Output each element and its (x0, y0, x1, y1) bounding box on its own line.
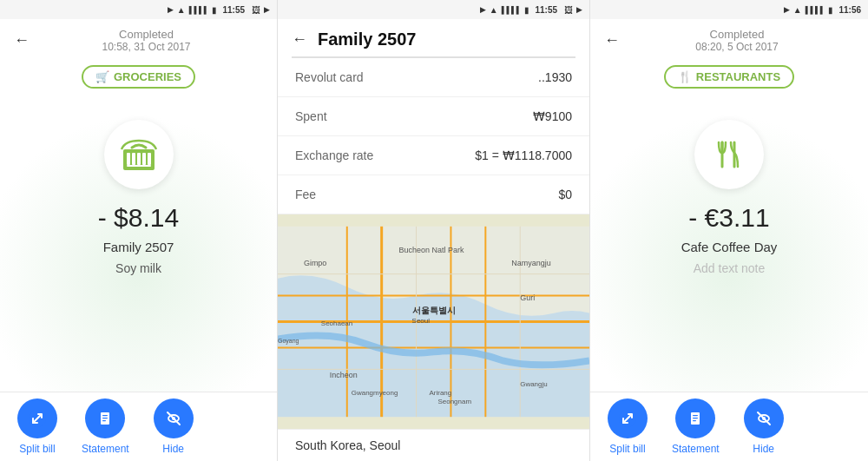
svg-rect-45 (693, 415, 698, 416)
map-container: Gimpo Incheon Bucheon Natl Park 서울특별시 Se… (278, 214, 589, 429)
svg-rect-47 (693, 420, 696, 421)
middle-wifi: ▲ (490, 5, 498, 15)
right-back-button[interactable]: ← (604, 31, 620, 49)
svg-rect-6 (127, 165, 151, 167)
svg-text:서울특별시: 서울특별시 (412, 306, 456, 315)
map-svg: Gimpo Incheon Bucheon Natl Park 서울특별시 Se… (278, 214, 589, 429)
left-statement-icon (85, 398, 125, 438)
left-nav-title: Completed (30, 28, 263, 41)
detail-label-card: Revolut card (295, 70, 364, 84)
left-back-button[interactable]: ← (14, 31, 30, 49)
left-split-bill-button[interactable]: Split bill (17, 398, 57, 455)
svg-rect-5 (148, 153, 151, 165)
right-hide-button[interactable]: Hide (744, 398, 784, 455)
middle-nav-header: ← Family 2507 (278, 19, 589, 56)
svg-text:Gwangju: Gwangju (520, 380, 547, 388)
right-panel: ▶ ▲ ▌▌▌▌ ▮ 11:56 ← Completed 08:20, 5 Oc… (590, 0, 868, 461)
left-wifi: ▲ (177, 5, 186, 15)
right-badge-container: 🍴 RESTAURANTS (590, 60, 868, 94)
left-amount: - $8.14 (98, 203, 179, 233)
right-content-area: - €3.11 Cafe Coffee Day Add text note (590, 97, 868, 392)
detail-row-card: Revolut card ..1930 (278, 58, 589, 97)
svg-text:Seongnam: Seongnam (437, 398, 471, 405)
left-play2-icon: ▶ (264, 5, 270, 14)
right-wifi: ▲ (793, 5, 802, 15)
right-badge-label: RESTAURANTS (696, 70, 780, 83)
right-nav-header: ← Completed 08:20, 5 Oct 2017 (590, 19, 868, 56)
middle-signal: ▌▌▌▌ (502, 6, 522, 14)
svg-text:Bucheon Natl Park: Bucheon Natl Park (399, 246, 464, 254)
svg-text:Goyang: Goyang (278, 338, 299, 345)
right-statement-button[interactable]: Statement (672, 398, 720, 455)
left-category-badge[interactable]: 🛒 GROCERIES (82, 65, 195, 89)
detail-value-spent: ₩9100 (533, 109, 572, 123)
right-badge-icon: 🍴 (678, 70, 692, 83)
right-split-bill-label: Split bill (609, 443, 645, 455)
detail-label-exchange: Exchange rate (295, 148, 373, 162)
left-toolbar: Split bill Statement Hide (0, 392, 277, 461)
svg-text:Seohaean: Seohaean (321, 319, 352, 327)
right-category-badge[interactable]: 🍴 RESTAURANTS (664, 65, 794, 89)
svg-text:Gwangmyeong: Gwangmyeong (352, 389, 398, 397)
svg-rect-9 (102, 415, 108, 416)
detail-value-exchange: $1 = ₩1118.7000 (475, 148, 572, 162)
svg-rect-4 (142, 153, 146, 165)
right-amount: - €3.11 (688, 203, 769, 233)
right-hide-icon (744, 398, 784, 438)
middle-back-button[interactable]: ← (292, 30, 307, 49)
left-badge-label: GROCERIES (114, 70, 181, 83)
svg-text:Seoul: Seoul (412, 317, 431, 325)
middle-battery: ▮ (524, 5, 529, 15)
svg-rect-1 (127, 153, 130, 165)
right-merchant-icon (694, 120, 764, 189)
svg-text:Gimpo: Gimpo (304, 259, 326, 267)
left-statement-button[interactable]: Statement (82, 398, 129, 455)
left-photo-icon: 🖼 (252, 5, 260, 15)
right-nav-subtitle: 08:20, 5 Oct 2017 (620, 41, 854, 53)
left-badge-icon: 🛒 (95, 70, 109, 83)
left-signal: ▌▌▌▌ (189, 6, 209, 14)
right-battery: ▮ (828, 5, 833, 15)
svg-text:Namyangju: Namyangju (511, 259, 550, 267)
middle-panel: ▶ ▲ ▌▌▌▌ ▮ 11:55 🖼 ▶ ← Family 2507 Revol… (278, 0, 590, 461)
left-merchant: Family 2507 (103, 240, 174, 254)
svg-rect-10 (102, 418, 108, 418)
detail-value-fee: $0 (558, 188, 572, 201)
left-content-area: - $8.14 Family 2507 Soy milk (0, 97, 277, 392)
left-note: Soy milk (115, 261, 161, 275)
svg-rect-2 (132, 153, 135, 165)
right-nav-title: Completed (620, 28, 854, 41)
middle-play2-icon: ▶ (576, 5, 582, 14)
middle-nav-title: Family 2507 (318, 30, 416, 49)
detail-row-spent: Spent ₩9100 (278, 97, 589, 136)
left-split-bill-label: Split bill (19, 443, 55, 455)
detail-label-spent: Spent (295, 109, 327, 123)
middle-play-icon: ▶ (480, 5, 486, 14)
right-signal: ▌▌▌▌ (806, 6, 825, 14)
left-hide-icon (154, 398, 194, 438)
right-split-bill-button[interactable]: Split bill (608, 398, 648, 455)
left-badge-container: 🛒 GROCERIES (0, 60, 277, 94)
left-panel: ▶ ▲ ▌▌▌▌ ▮ 11:55 🖼 ▶ ← Completed 10:58, … (0, 0, 278, 461)
middle-time: 11:55 (535, 5, 557, 15)
right-hide-label: Hide (753, 443, 774, 455)
svg-rect-46 (693, 418, 698, 418)
detail-row-fee: Fee $0 (278, 175, 589, 214)
svg-text:Incheon: Incheon (330, 371, 358, 379)
left-play-icon: ▶ (168, 5, 174, 14)
right-toolbar: Split bill Statement Hide (590, 392, 868, 461)
right-split-bill-icon (608, 398, 648, 438)
left-split-bill-icon (17, 398, 57, 438)
left-time: 11:55 (222, 5, 245, 15)
left-hide-button[interactable]: Hide (154, 398, 194, 455)
right-status-bar: ▶ ▲ ▌▌▌▌ ▮ 11:56 (590, 0, 868, 19)
left-battery: ▮ (212, 5, 217, 15)
right-merchant: Cafe Coffee Day (681, 240, 778, 254)
right-note-placeholder[interactable]: Add text note (694, 261, 766, 275)
right-time: 11:56 (838, 5, 861, 15)
left-status-bar: ▶ ▲ ▌▌▌▌ ▮ 11:55 🖼 ▶ (0, 0, 277, 19)
svg-text:Arirang: Arirang (430, 389, 452, 397)
left-nav-header: ← Completed 10:58, 31 Oct 2017 (0, 19, 277, 56)
left-nav-subtitle: 10:58, 31 Oct 2017 (30, 41, 263, 53)
svg-rect-11 (102, 420, 106, 421)
